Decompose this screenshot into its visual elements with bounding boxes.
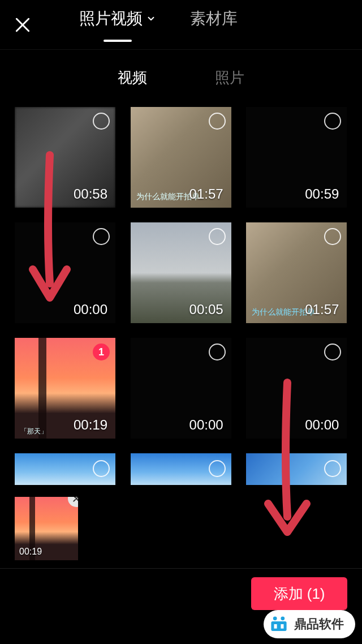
- video-thumb[interactable]: 1 「那天」 00:19: [15, 338, 115, 439]
- svg-rect-2: [281, 624, 283, 629]
- duration-label: 00:19: [19, 547, 42, 557]
- select-circle[interactable]: [93, 460, 110, 477]
- select-circle[interactable]: [93, 113, 110, 130]
- svg-rect-1: [274, 624, 277, 629]
- add-button-label: 添加 (1): [274, 584, 325, 604]
- add-button[interactable]: 添加 (1): [251, 577, 347, 610]
- pole-shape: [38, 338, 46, 439]
- duration-label: 01:57: [305, 302, 339, 317]
- watermark-logo-icon: [269, 615, 288, 634]
- select-circle-selected[interactable]: 1: [93, 344, 110, 360]
- header: 照片视频 素材库: [0, 0, 362, 50]
- close-icon: [72, 497, 78, 503]
- select-circle[interactable]: [93, 228, 110, 245]
- duration-label: 00:00: [189, 417, 223, 433]
- select-circle[interactable]: [209, 344, 226, 360]
- select-circle[interactable]: [209, 460, 226, 477]
- duration-label: 00:19: [74, 417, 107, 433]
- video-thumb[interactable]: 00:05: [131, 222, 231, 323]
- tab-photos-videos[interactable]: 照片视频: [79, 8, 156, 42]
- video-thumb[interactable]: 为什么就能开拍单 01:57: [246, 222, 347, 323]
- close-button[interactable]: [11, 14, 34, 36]
- selected-index: 1: [98, 346, 104, 358]
- subtab-video[interactable]: 视频: [118, 68, 147, 88]
- select-circle[interactable]: [209, 113, 226, 130]
- chevron-down-icon: [146, 14, 156, 24]
- close-icon: [14, 16, 32, 34]
- duration-label: 00:00: [74, 302, 107, 317]
- subtabs: 视频 照片: [0, 50, 362, 101]
- tab-label: 素材库: [190, 8, 238, 29]
- video-thumb[interactable]: 00:00: [131, 338, 231, 439]
- divider: [0, 568, 362, 569]
- video-thumb[interactable]: 为什么就能开拍单 01:57: [131, 107, 231, 208]
- annotation-arrow: [27, 151, 72, 317]
- select-circle[interactable]: [209, 228, 226, 245]
- tab-library[interactable]: 素材库: [190, 8, 238, 42]
- duration-label: 00:59: [305, 186, 339, 202]
- video-thumb[interactable]: 00:59: [246, 107, 347, 208]
- subtab-photo[interactable]: 照片: [215, 68, 244, 88]
- svg-point-4: [281, 616, 285, 620]
- watermark-text: 鼎品软件: [294, 616, 344, 633]
- tab-label: 照片视频: [79, 8, 143, 29]
- video-thumb[interactable]: [131, 453, 231, 485]
- selected-thumb[interactable]: 00:19: [15, 497, 78, 560]
- header-tabs: 照片视频 素材库: [79, 8, 238, 42]
- annotation-arrow: [259, 378, 316, 550]
- duration-label: 00:05: [189, 302, 223, 317]
- svg-point-3: [273, 616, 277, 620]
- watermark: 鼎品软件: [264, 610, 355, 638]
- video-thumb[interactable]: [15, 453, 115, 485]
- duration-label: 00:58: [74, 186, 107, 202]
- duration-label: 01:57: [189, 186, 223, 202]
- svg-rect-0: [271, 621, 286, 631]
